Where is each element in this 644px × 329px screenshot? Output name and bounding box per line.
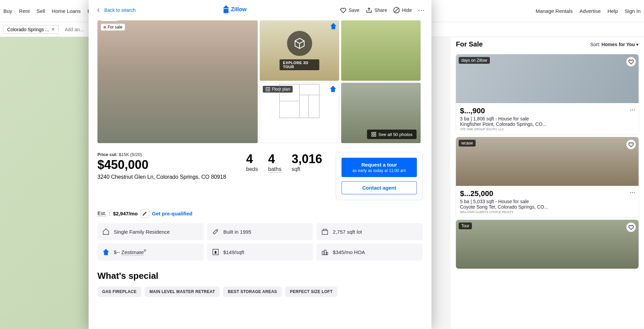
price-sqft-icon: $: [212, 248, 219, 256]
est-label[interactable]: Est.: [97, 210, 106, 216]
svg-rect-15: [372, 135, 373, 136]
zillow-logo[interactable]: Zillow: [222, 4, 253, 16]
hero-photo[interactable]: For sale PPMLS: [97, 20, 258, 143]
svg-rect-21: [324, 250, 326, 255]
baths-label[interactable]: baths: [268, 166, 281, 173]
listing-address: 3240 Chestnut Glen Ln, Colorado Springs,…: [97, 174, 233, 180]
save-listing-button[interactable]: [626, 222, 636, 232]
card-broker: ATE ONE GROUP SOUTH, LLC: [460, 128, 634, 131]
sqft-label: sqft: [292, 166, 300, 172]
est-value: $2,947/mo: [113, 211, 138, 216]
nav-sell[interactable]: Sell: [37, 8, 45, 14]
sqft-count: 3,016: [292, 152, 322, 166]
listings-heading: For Sale: [456, 40, 483, 48]
nav-buy[interactable]: Buy: [3, 8, 12, 14]
listing-card[interactable]: Tour: [456, 220, 639, 269]
listing-summary: Price cut: $15K (5/20) $450,000 3240 Che…: [89, 143, 431, 209]
baths-count: 4: [268, 152, 281, 166]
chevron-down-icon: ▾: [636, 42, 639, 47]
sort-dropdown[interactable]: Sort: Homes for You ▾: [590, 42, 639, 47]
save-button[interactable]: Save: [340, 7, 360, 14]
fact-property-type: Single Family Residence: [97, 223, 204, 240]
edit-estimate-button[interactable]: [141, 209, 149, 218]
more-options-icon[interactable]: ⋯: [630, 107, 635, 113]
feature-tag: MAIN LEVEL MASTER RETREAT: [145, 287, 220, 297]
share-button[interactable]: Share: [366, 7, 387, 14]
hoa-icon: [321, 248, 329, 256]
zillow-small-icon: [102, 248, 110, 256]
estimate-row: Est.: $2,947/mo Get pre-qualified: [89, 209, 431, 223]
nav-home-loans[interactable]: Home Loans: [52, 8, 81, 14]
svg-rect-16: [374, 135, 376, 136]
card-badge: Tour: [459, 222, 472, 229]
back-to-search-link[interactable]: Back to search: [95, 7, 136, 13]
explore-3d-label: EXPLORE 3D TOUR: [280, 59, 319, 70]
see-all-photos-button[interactable]: See all 50 photos: [367, 130, 417, 139]
card-address: Kingfisher Point, Colorado Springs, CO..…: [460, 121, 634, 127]
card-stats: 3 ba | 1,806 sqft - House for sale: [460, 116, 634, 121]
mls-badge: PPMLS: [101, 20, 118, 21]
fact-lot-size: 2,757 sqft lot: [316, 223, 423, 240]
gallery-thumb[interactable]: [341, 20, 421, 81]
cta-panel: Request a tour as early as today at 11:0…: [336, 152, 423, 200]
fact-zestimate[interactable]: $-- Zestimate®: [97, 244, 204, 260]
card-broker: WILLIAMS CLIENTS CHOICE REALTY: [460, 210, 634, 214]
fact-year-built: Built in 1995: [207, 223, 313, 240]
request-tour-button[interactable]: Request a tour as early as today at 11:0…: [342, 158, 417, 177]
fact-price-sqft: $ $149/sqft: [207, 244, 313, 260]
floorplan-image: [278, 83, 321, 119]
listing-card[interactable]: days on Zillow ⋯ $...,900 3 ba | 1,806 s…: [456, 54, 639, 134]
card-address: Coyote Song Ter, Colorado Springs, CO...: [460, 204, 634, 210]
hide-button[interactable]: Hide: [393, 7, 412, 14]
more-menu-button[interactable]: ⋯: [418, 6, 425, 14]
feature-tag: BEST STORAGE AREAS: [223, 287, 282, 297]
more-dots-icon: ⋯: [418, 6, 425, 14]
feature-tag: GAS FIREPLACE: [97, 287, 141, 297]
get-prequalified-link[interactable]: Get pre-qualified: [152, 211, 192, 216]
nav-rent[interactable]: Rent: [19, 8, 30, 14]
beds-count: 4: [246, 152, 258, 166]
chevron-left-icon: [95, 7, 102, 13]
nav-sign-in[interactable]: Sign In: [625, 8, 641, 14]
listing-price: $450,000: [97, 158, 233, 172]
hammer-icon: [212, 228, 219, 235]
nav-manage-rentals[interactable]: Manage Rentals: [536, 8, 573, 14]
facts-grid: Single Family Residence Built in 1995 2,…: [89, 223, 431, 260]
price-cut-label: Price cut: $15K (5/20): [97, 152, 233, 157]
lot-icon: [321, 228, 329, 235]
remove-location-icon[interactable]: ✕: [51, 27, 55, 32]
zillow-corner-icon: [329, 85, 337, 93]
listing-detail-modal: Back to search Zillow Save Share Hide ⋯: [89, 0, 431, 329]
for-sale-badge: For sale: [101, 24, 125, 31]
bed-bath-sqft: 4 beds 4 baths 3,016 sqft: [246, 152, 322, 200]
whats-special-section: What's special GAS FIREPLACE MAIN LEVEL …: [89, 260, 431, 300]
location-chip-label: Colorado Springs ...: [7, 27, 49, 32]
gallery-floor-plan[interactable]: Floor plan: [260, 83, 339, 143]
listing-card[interactable]: wcase ⋯ $...25,000 5 ba | 5,033 sqft - H…: [456, 137, 639, 217]
3d-cube-icon: [287, 31, 312, 56]
gallery-3d-tour[interactable]: EXPLORE 3D TOUR: [260, 20, 339, 81]
svg-rect-13: [372, 132, 373, 134]
contact-agent-button[interactable]: Contact agent: [342, 181, 417, 194]
save-listing-button[interactable]: [626, 57, 636, 66]
photo-gallery: For sale PPMLS EXPLORE 3D TOUR Floor pla…: [89, 20, 431, 143]
nav-advertise[interactable]: Advertise: [579, 8, 601, 14]
hide-icon: [393, 7, 400, 14]
save-listing-button[interactable]: [626, 140, 636, 149]
location-chip[interactable]: Colorado Springs ... ✕: [3, 25, 59, 34]
svg-rect-20: [322, 251, 324, 255]
card-price: $...,900: [460, 107, 634, 115]
beds-label: beds: [246, 166, 258, 172]
svg-rect-22: [327, 252, 328, 255]
add-location-input[interactable]: [61, 25, 92, 34]
grid-icon: [371, 132, 376, 137]
zillow-corner-icon: [330, 22, 337, 30]
card-price: $...25,000: [460, 189, 634, 198]
nav-help[interactable]: Help: [607, 8, 618, 14]
gallery-thumb[interactable]: See all 50 photos: [341, 83, 421, 143]
more-options-icon[interactable]: ⋯: [630, 189, 635, 196]
card-badge: days on Zillow: [459, 57, 490, 64]
fact-hoa: $345/mo HOA: [316, 244, 423, 260]
svg-text:$: $: [215, 251, 216, 254]
whats-special-heading: What's special: [97, 271, 423, 281]
